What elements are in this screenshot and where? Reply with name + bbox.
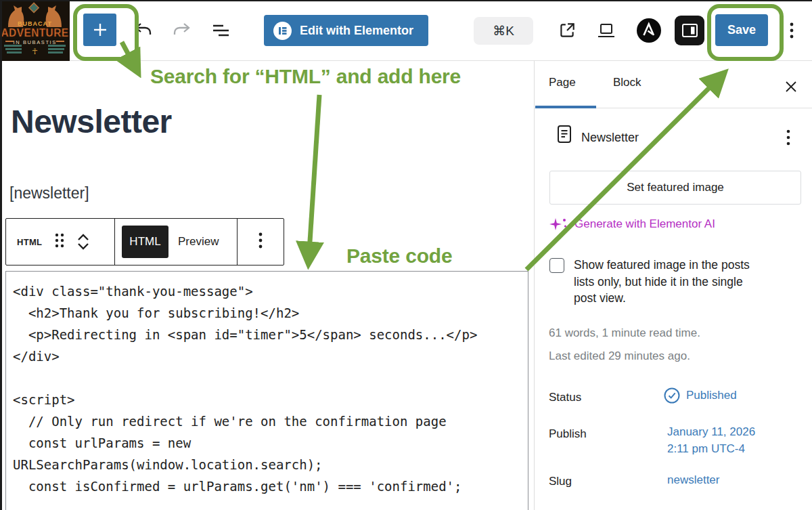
block-toolbar-left-section: HTML	[6, 219, 114, 265]
annotation-paste-note: Paste code	[346, 245, 452, 268]
elementor-icon	[273, 22, 292, 40]
publish-label: Publish	[549, 427, 587, 441]
active-tab-indicator	[535, 106, 596, 108]
window-left-edge	[0, 0, 2, 510]
annotation-search-note: Search for “HTML” and add here	[150, 65, 461, 88]
generate-ai-label: Generate with Elementor AI	[574, 217, 715, 231]
slug-label: Slug	[549, 475, 572, 488]
astra-theme-button[interactable]	[637, 18, 661, 43]
settings-sidebar: Page Block Newsletter Set featured i	[534, 61, 812, 510]
save-label: Save	[727, 23, 756, 37]
preview-button[interactable]	[595, 22, 617, 40]
slug-value-button[interactable]: newsletter	[667, 473, 719, 487]
kebab-menu-icon	[788, 22, 795, 41]
svg-text:IN BUBASTIS: IN BUBASTIS	[14, 39, 57, 45]
window-top-edge	[0, 0, 812, 1]
ai-sparkle-icon	[548, 215, 568, 233]
block-toolbar-mode-section: HTML Preview	[114, 219, 238, 265]
block-kebab-icon	[257, 232, 264, 251]
editor-top-bar: BUBACAT ADVENTURE IN BUBASTIS ☥	[0, 0, 812, 61]
post-title[interactable]: Newsletter	[11, 104, 172, 140]
edit-with-elementor-button[interactable]: Edit with Elementor	[264, 15, 428, 46]
html-mode-tab[interactable]: HTML	[122, 226, 168, 258]
block-options-button[interactable]	[257, 232, 264, 253]
site-logo[interactable]: BUBACAT ADVENTURE IN BUBASTIS ☥	[0, 0, 70, 61]
add-block-button[interactable]	[83, 14, 116, 46]
options-menu-button[interactable]	[788, 22, 796, 41]
publish-date: January 11, 2026	[667, 425, 755, 438]
generate-with-elementor-ai-button[interactable]: Generate with Elementor AI	[548, 215, 715, 233]
status-value: Published	[686, 389, 737, 402]
block-mover	[76, 234, 91, 250]
wordpress-editor-screen: BUBACAT ADVENTURE IN BUBASTIS ☥	[0, 0, 812, 510]
redo-button[interactable]	[172, 20, 192, 39]
status-label: Status	[549, 391, 581, 404]
plus-icon	[91, 20, 110, 39]
tab-block[interactable]: Block	[612, 73, 643, 92]
slug-value: newsletter	[667, 473, 719, 486]
save-button[interactable]: Save	[715, 14, 768, 46]
bubacat-logo-art: BUBACAT ADVENTURE IN BUBASTIS ☥	[0, 0, 70, 61]
svg-text:☥: ☥	[32, 47, 38, 56]
list-view-icon	[211, 22, 231, 39]
sidebar-document-title: Newsletter	[581, 131, 639, 145]
newsletter-shortcode-block[interactable]: [newsletter]	[9, 184, 89, 203]
html-block-toolbar: HTML HTML Preview	[5, 218, 284, 265]
status-value-button[interactable]: Published	[663, 387, 737, 404]
sidebar-panel-icon	[681, 22, 699, 39]
drag-handle[interactable]	[54, 232, 65, 251]
astra-logo-icon	[637, 18, 661, 43]
publish-date-button[interactable]: January 11, 2026 2:11 pm UTC-4	[667, 424, 755, 458]
settings-sidebar-toggle[interactable]	[675, 16, 704, 45]
last-edited-text: Last edited 29 minutes ago.	[549, 349, 690, 363]
command-palette-shortcut[interactable]: ⌘K	[474, 17, 533, 45]
close-sidebar-button[interactable]	[782, 78, 800, 95]
block-toolbar-options-section	[238, 219, 284, 265]
published-check-icon	[663, 387, 681, 404]
move-up-icon[interactable]	[76, 234, 91, 240]
document-icon	[556, 125, 573, 146]
undo-icon	[133, 21, 153, 39]
featured-image-visibility-label: Show featured image in the posts lists o…	[574, 257, 754, 307]
shortcut-label: ⌘K	[493, 23, 514, 39]
laptop-icon	[595, 22, 617, 40]
tab-page[interactable]: Page	[547, 73, 577, 92]
view-post-button[interactable]	[558, 21, 577, 40]
html-code-editor[interactable]: <div class="thank-you-message"> <h2>Than…	[5, 271, 528, 510]
sidebar-header: Page Block	[535, 61, 812, 108]
svg-text:BUBACAT: BUBACAT	[18, 20, 52, 27]
html-block-icon[interactable]: HTML	[17, 237, 42, 247]
move-down-icon[interactable]	[76, 243, 91, 250]
redo-icon	[172, 21, 192, 39]
document-overview-button[interactable]	[211, 22, 231, 39]
drag-dots-icon	[54, 232, 65, 249]
arrow-to-code-area	[309, 95, 319, 252]
set-featured-image-button[interactable]: Set featured image	[549, 171, 801, 205]
preview-mode-tab[interactable]: Preview	[171, 228, 225, 255]
external-link-icon	[558, 21, 577, 40]
edit-with-elementor-label: Edit with Elementor	[300, 24, 413, 38]
document-kebab-icon	[785, 129, 792, 148]
featured-image-visibility-checkbox[interactable]	[549, 258, 564, 273]
close-icon	[784, 79, 798, 94]
document-actions-button[interactable]	[784, 129, 792, 148]
publish-time: 2:11 pm UTC-4	[667, 442, 745, 455]
undo-button[interactable]	[133, 20, 153, 39]
svg-text:ADVENTURE: ADVENTURE	[1, 27, 69, 39]
word-count-text: 61 words, 1 minute read time.	[549, 326, 700, 340]
